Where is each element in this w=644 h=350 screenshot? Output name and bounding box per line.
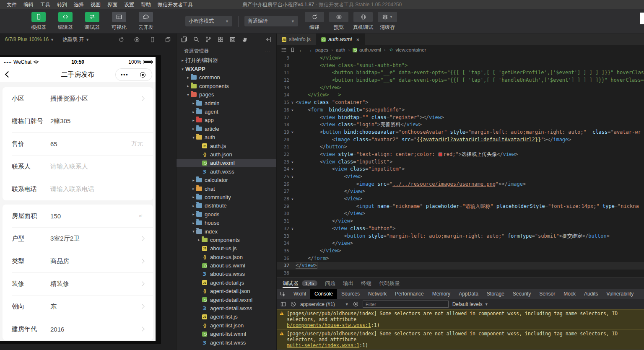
search-icon[interactable] — [193, 36, 200, 43]
device-icon[interactable] — [149, 36, 156, 43]
tree-folder-calculator[interactable]: ▸calculator — [177, 176, 276, 184]
execution-context-dropdown[interactable]: appservice (#1)▼ — [300, 301, 349, 307]
tree-file-about-us.wxml[interactable]: about-us.wxml — [177, 261, 276, 270]
simulator-button[interactable]: 模拟器 — [27, 12, 50, 31]
code-line-19[interactable]: 19∨ <button bind:chooseavatar="onChooseA… — [277, 129, 644, 136]
bookmark-icon[interactable] — [290, 47, 296, 53]
record-icon[interactable] — [134, 36, 140, 43]
tab-auth.wxml[interactable]: auth.wxml× — [316, 34, 365, 45]
hand-icon[interactable] — [242, 36, 248, 43]
log-levels-dropdown[interactable]: Default levels▼ — [452, 301, 488, 307]
source-control-icon[interactable] — [205, 36, 212, 43]
devtools-tab-Memory[interactable]: Memory — [428, 289, 454, 299]
breadcrumb-item-auth[interactable]: auth — [336, 47, 345, 52]
window-box-icon[interactable] — [229, 36, 236, 43]
code-line-18[interactable]: 18 <view class="login">完善资料</view> — [277, 121, 644, 129]
devtools-tab-Storage[interactable]: Storage — [483, 289, 509, 299]
breadcrumb-item-view.container[interactable]: view.container — [389, 47, 426, 52]
devtools-tab-AppData[interactable]: AppData — [454, 289, 483, 299]
tree-file-agent-detail.wxss[interactable]: Ɛagent-detail.wxss — [177, 304, 276, 312]
debug-tab-代码质量[interactable]: 代码质量 — [379, 278, 400, 289]
tree-folder-distribute[interactable]: ▸distribute — [177, 202, 276, 210]
visualize-button[interactable]: 可视化 — [107, 12, 131, 31]
devtools-tab-Security[interactable]: Security — [509, 289, 535, 299]
devtools-tab-Performance[interactable]: Performance — [391, 289, 428, 299]
tree-folder-pages[interactable]: ▾pages — [177, 91, 276, 99]
tree-folder-components[interactable]: ▸components — [177, 82, 276, 90]
tree-folder-goods[interactable]: ▸goods — [177, 210, 276, 218]
filter-input[interactable] — [363, 301, 449, 308]
extensions-icon[interactable] — [217, 36, 224, 43]
tree-folder-admin[interactable]: ▸admin — [177, 99, 276, 107]
code-line-32[interactable]: 32∨ <view class="button"> — [277, 225, 644, 233]
code-line-31[interactable]: 31 </view> — [277, 218, 644, 225]
exit-button[interactable] — [134, 72, 152, 78]
compile-button[interactable]: 编译 — [302, 12, 327, 31]
devtools-tab-Console[interactable]: Console — [310, 289, 337, 299]
devtools-tab-Vulnerability[interactable]: Vulnerability — [602, 289, 638, 299]
code-line-15[interactable]: 15∨<view class="container"> — [277, 99, 644, 106]
devtools-tab-Mock[interactable]: Mock — [559, 289, 580, 299]
tree-folder-components[interactable]: ▸components — [177, 236, 276, 244]
debugger-button[interactable]: 调试器 — [80, 12, 104, 31]
breadcrumb-item-pages[interactable]: pages — [315, 47, 328, 52]
code-editor[interactable]: 9 </view>10 <view class="sunui-auth-btn"… — [277, 54, 644, 277]
collapse-sidebar-icon[interactable] — [265, 36, 272, 43]
code-line-17[interactable]: 17 <view bindtap="" class="register"></v… — [277, 114, 644, 122]
clear-console-icon[interactable] — [290, 301, 296, 307]
tree-file-agent-detail.js[interactable]: JSagent-detail.js — [177, 278, 276, 287]
devtools-tab-Sources[interactable]: Sources — [337, 289, 364, 299]
code-line-11[interactable]: 11 <button bindtap="__e" data-event-opts… — [277, 69, 644, 77]
code-line-21[interactable]: 21 </button> — [277, 143, 644, 151]
device-selector[interactable]: 6/7/8 Plus 100% 16▼ — [5, 36, 54, 42]
form-row-建房年代[interactable]: 建房年代2016 — [3, 318, 153, 340]
source-link[interactable]: multi-select/index.wxss:1 — [287, 342, 359, 348]
tree-file-agent-detail.wxml[interactable]: agent-detail.wxml — [177, 296, 276, 304]
tree-folder-house[interactable]: ▸house — [177, 218, 276, 227]
form-row-朝向[interactable]: 朝向东 — [3, 295, 153, 318]
tree-folder-chat[interactable]: ▸chat — [177, 184, 276, 193]
tree-file-auth.wxss[interactable]: Ɛauth.wxss — [177, 167, 276, 176]
code-line-26[interactable]: 26 <image src="../../resource/images/use… — [277, 181, 644, 188]
form-row-装修[interactable]: 装修精装修 — [3, 272, 153, 295]
inspect-element-icon[interactable] — [277, 289, 289, 299]
code-line-30[interactable]: 30 </view> — [277, 210, 644, 218]
preview-button[interactable]: 预览 — [327, 12, 351, 31]
debug-tab-调试器[interactable]: 调试器 — [283, 278, 299, 289]
form-row-小区[interactable]: 小区播播资源小区 — [3, 87, 153, 110]
list-icon[interactable] — [281, 47, 287, 53]
editor-button[interactable]: 编辑器 — [54, 12, 77, 31]
code-line-23[interactable]: 23∨ <view class="inputlist"> — [277, 158, 644, 166]
form-row-房屋面积[interactable]: 房屋面积150㎡ — [3, 205, 153, 227]
code-line-37[interactable]: 37</view> — [277, 262, 644, 270]
code-line-24[interactable]: 24∨ <view class="inputitem"> — [277, 166, 644, 173]
debug-tab-终端[interactable]: 终端 — [361, 278, 371, 289]
tree-file-agent-list.wxss[interactable]: Ɛagent-list.wxss — [177, 338, 276, 347]
compile-dropdown[interactable]: 普通编译▼ — [244, 16, 298, 26]
menu-item[interactable]: 转到 — [54, 0, 70, 9]
form-row-类型[interactable]: 类型商品房 — [3, 250, 153, 272]
tree-folder-common[interactable]: ▸common — [177, 73, 276, 82]
code-line-9[interactable]: 9 </view> — [277, 54, 644, 62]
debug-tab-输出[interactable]: 输出 — [343, 278, 353, 289]
tree-folder-article[interactable]: ▸article — [177, 124, 276, 133]
menu-item[interactable]: 设置 — [121, 0, 138, 9]
code-line-25[interactable]: 25∨ <view> — [277, 173, 644, 181]
menu-item[interactable]: 编辑 — [20, 0, 37, 9]
tree-folder-community[interactable]: ▸community — [177, 193, 276, 201]
menu-item[interactable]: 界面 — [104, 0, 121, 9]
form-row-户型[interactable]: 户型3室2厅2卫 — [3, 227, 153, 250]
tree-folder-index[interactable]: ▾index — [177, 227, 276, 236]
tree-file-agent-detail.json[interactable]: {}agent-detail.json — [177, 287, 276, 296]
tree-folder-WXAPP[interactable]: ▾WXAPP — [177, 65, 276, 73]
code-line-27[interactable]: 27 </view> — [277, 188, 644, 195]
menu-item[interactable]: 视图 — [87, 0, 104, 9]
tree-folder-打开的编辑器[interactable]: ▸打开的编辑器 — [177, 56, 276, 65]
clear-cache-button[interactable]: ▼清缓存 — [375, 12, 400, 31]
more-button[interactable]: ••• — [116, 73, 134, 77]
form-row-售价[interactable]: 售价65万元 — [3, 132, 153, 155]
devtools-tab-Wxml[interactable]: Wxml — [289, 289, 310, 299]
tree-folder-app[interactable]: ▸app — [177, 116, 276, 124]
code-line-20[interactable]: 20 <image class="avatar2" src="{{avatarU… — [277, 136, 644, 144]
devtools-tab-Network[interactable]: Network — [364, 289, 391, 299]
